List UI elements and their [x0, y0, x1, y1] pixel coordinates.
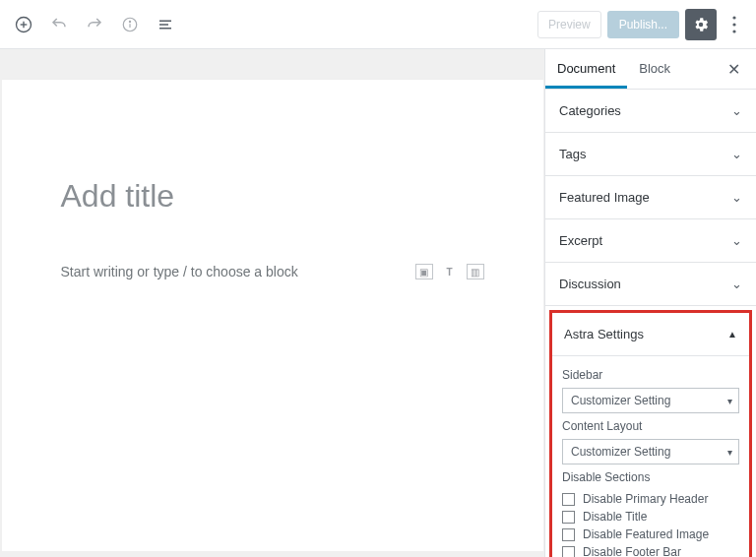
block-nav-button[interactable]	[152, 11, 179, 38]
astra-settings-body: Sidebar Customizer Setting Content Layou…	[552, 356, 749, 557]
checkbox-icon	[562, 546, 575, 558]
preview-button[interactable]: Preview	[537, 11, 601, 38]
editor-column: Add title Start writing or type / to cho…	[0, 49, 544, 557]
check-disable-featured-image[interactable]: Disable Featured Image	[562, 526, 739, 543]
panel-categories[interactable]: Categories ⌄	[545, 90, 756, 133]
block-prompt-text: Start writing or type / to choose a bloc…	[61, 264, 298, 279]
chevron-down-icon: ⌄	[731, 147, 742, 161]
panel-discussion[interactable]: Discussion ⌄	[545, 263, 756, 306]
panel-label: Featured Image	[559, 190, 650, 205]
select-value: Customizer Setting	[571, 394, 670, 407]
settings-sidebar: Document Block ✕ Categories ⌄ Tags ⌄ Fea…	[544, 49, 756, 557]
panel-label: Excerpt	[559, 233, 602, 248]
top-left-tools	[10, 11, 179, 38]
checkbox-icon	[562, 511, 575, 524]
panel-tags[interactable]: Tags ⌄	[545, 133, 756, 176]
panel-label: Discussion	[559, 277, 621, 291]
check-disable-primary-header[interactable]: Disable Primary Header	[562, 490, 739, 508]
block-prompt-row[interactable]: Start writing or type / to choose a bloc…	[61, 264, 484, 279]
chevron-down-icon: ⌄	[731, 277, 742, 291]
chevron-up-icon: ▲	[727, 329, 737, 340]
post-title-input[interactable]: Add title	[61, 178, 484, 215]
sidebar-tabs: Document Block ✕	[545, 49, 756, 90]
disable-sections-label: Disable Sections	[562, 470, 739, 484]
image-block-icon[interactable]: ▣	[415, 264, 433, 279]
sidebar-select[interactable]: Customizer Setting	[562, 388, 739, 413]
panel-label: Tags	[559, 147, 586, 161]
redo-button[interactable]	[81, 11, 108, 38]
panel-astra-settings[interactable]: Astra Settings ▲	[552, 313, 749, 356]
text-block-icon[interactable]: T	[441, 264, 459, 279]
checkbox-label: Disable Primary Header	[583, 492, 708, 506]
check-disable-footer-bar[interactable]: Disable Footer Bar	[562, 543, 739, 557]
svg-point-10	[732, 23, 735, 26]
svg-point-5	[129, 21, 130, 22]
chevron-down-icon: ⌄	[731, 103, 742, 118]
checkbox-icon	[562, 528, 575, 541]
add-block-button[interactable]	[10, 11, 37, 38]
publish-button[interactable]: Publish...	[607, 11, 679, 38]
chevron-down-icon: ⌄	[731, 190, 742, 205]
chevron-down-icon: ⌄	[731, 233, 742, 248]
checkbox-label: Disable Title	[583, 510, 647, 524]
settings-gear-button[interactable]	[685, 9, 717, 40]
checkbox-label: Disable Featured Image	[583, 527, 709, 541]
close-sidebar-button[interactable]: ✕	[720, 52, 748, 87]
checkbox-icon	[562, 493, 575, 506]
svg-point-11	[732, 30, 735, 32]
content-layout-field-label: Content Layout	[562, 419, 739, 433]
tab-document[interactable]: Document	[545, 49, 627, 89]
info-button[interactable]	[116, 11, 144, 38]
checkbox-label: Disable Footer Bar	[583, 545, 681, 557]
editor-body: Add title Start writing or type / to cho…	[0, 49, 756, 557]
gallery-block-icon[interactable]: ▥	[467, 264, 484, 279]
editor-canvas: Add title Start writing or type / to cho…	[2, 79, 543, 551]
top-right-tools: Preview Publish...	[537, 9, 746, 40]
select-value: Customizer Setting	[571, 445, 670, 459]
svg-point-9	[732, 16, 735, 19]
panel-label: Astra Settings	[564, 327, 644, 341]
more-menu-button[interactable]	[723, 9, 746, 40]
block-type-icons: ▣ T ▥	[415, 264, 484, 279]
content-layout-select[interactable]: Customizer Setting	[562, 439, 739, 464]
astra-settings-highlight: Astra Settings ▲ Sidebar Customizer Sett…	[549, 310, 752, 557]
sidebar-field-label: Sidebar	[562, 368, 739, 382]
editor-top-bar: Preview Publish...	[0, 0, 756, 49]
check-disable-title[interactable]: Disable Title	[562, 508, 739, 526]
undo-button[interactable]	[45, 11, 73, 38]
panel-featured-image[interactable]: Featured Image ⌄	[545, 176, 756, 219]
panel-excerpt[interactable]: Excerpt ⌄	[545, 219, 756, 263]
panel-label: Categories	[559, 103, 621, 118]
tab-block[interactable]: Block	[627, 49, 682, 89]
